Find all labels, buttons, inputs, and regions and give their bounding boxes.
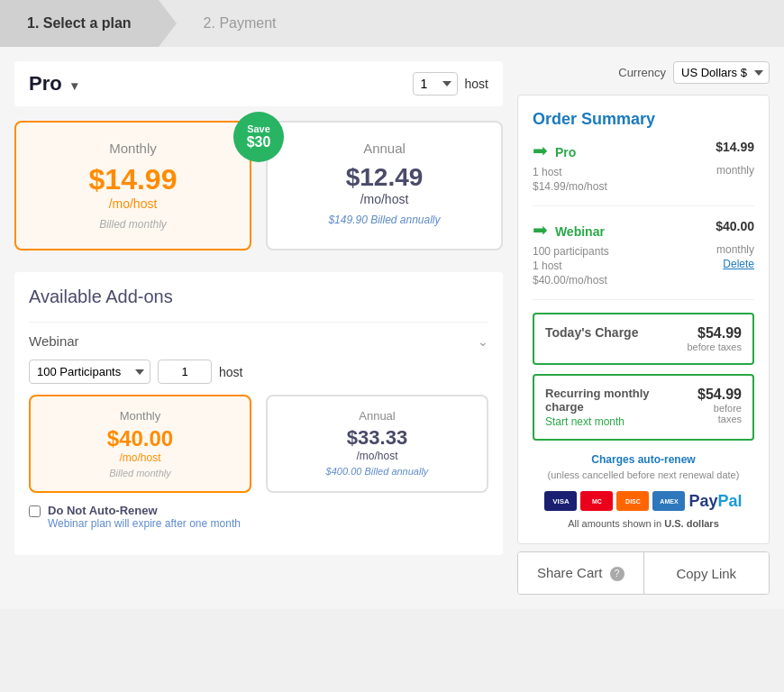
steps-bar: 1. Select a plan 2. Payment — [0, 0, 784, 47]
webinar-detail2: 1 host — [533, 260, 609, 272]
recurring-label: Recurring monthly charge — [545, 387, 688, 414]
pro-freq: monthly — [716, 164, 754, 177]
monthly-billed: Billed monthly — [31, 218, 235, 231]
step-2: 2. Payment — [159, 0, 304, 47]
plan-dropdown-arrow: ▾ — [71, 78, 77, 93]
pro-item-name: Pro — [555, 145, 576, 159]
order-summary-box: Order Summary ➡ Pro $14.99 1 host $14.99… — [517, 95, 770, 544]
annual-plan-card[interactable]: Annual $12.49 /mo/host $149.90 Billed an… — [266, 121, 503, 250]
participants-select[interactable]: 100 Participants 500 Participants 1000 P… — [29, 360, 150, 384]
bottom-buttons: Share Cart ? Copy Link — [517, 551, 770, 595]
plan-selector-row: Pro ▾ 1 2 5 10 host — [14, 61, 503, 106]
right-panel: Currency US Dollars $ Euros € GBP £ Orde… — [517, 61, 770, 595]
step-1: 1. Select a plan — [0, 0, 159, 47]
webinar-annual-card[interactable]: Annual $33.33 /mo/host $400.00 Billed an… — [266, 395, 488, 493]
addons-title: Available Add-ons — [29, 287, 488, 307]
recurring-charge-box: Recurring monthly charge Start next mont… — [533, 374, 754, 441]
payment-icons: VISA MC DISC AMEX PayPal — [533, 491, 754, 511]
share-cart-button[interactable]: Share Cart ? — [518, 552, 644, 594]
today-charge-label: Today's Charge — [545, 325, 638, 340]
webinar-annual-unit: /mo/host — [278, 450, 476, 462]
today-charge-amount: $54.99 — [687, 325, 742, 341]
step-2-label: 2. Payment — [204, 15, 277, 32]
host-label: host — [465, 77, 488, 91]
webinar-host-input[interactable] — [158, 360, 212, 384]
pro-arrow-icon: ➡ — [533, 140, 548, 161]
currency-row: Currency US Dollars $ Euros € GBP £ — [517, 61, 770, 84]
webinar-monthly-card[interactable]: Monthly $40.00 /mo/host Billed monthly — [29, 395, 251, 493]
share-cart-help-icon: ? — [610, 567, 624, 581]
webinar-item-name: Webinar — [555, 224, 605, 239]
copy-link-button[interactable]: Copy Link — [644, 552, 770, 594]
recurring-amount: $54.99 — [688, 387, 742, 403]
auto-renew-sub: (unless cancelled before next renewal da… — [533, 469, 754, 480]
pro-detail2: $14.99/mo/host — [533, 180, 607, 193]
annual-billed: $149.90 Billed annually — [282, 214, 487, 226]
monthly-price: $14.99 — [31, 163, 235, 196]
auto-renew-note: Charges auto-renew — [533, 453, 754, 466]
plan-name-dropdown[interactable]: Pro ▾ — [29, 72, 77, 96]
webinar-detail3: $40.00/mo/host — [533, 274, 609, 287]
plan-pricing-row: Monthly $14.99 /mo/host Billed monthly S… — [14, 121, 503, 250]
webinar-item-price: $40.00 — [716, 219, 754, 233]
webinar-annual-billed: $400.00 Billed annually — [278, 466, 476, 477]
webinar-delete-link[interactable]: Delete — [716, 258, 754, 270]
auto-renew-sublabel: Webinar plan will expire after one month — [48, 517, 241, 530]
webinar-annual-label: Annual — [278, 409, 476, 423]
annual-price: $12.49 — [282, 163, 487, 192]
webinar-monthly-billed: Billed monthly — [41, 468, 239, 478]
auto-renew-checkbox[interactable] — [29, 505, 41, 517]
webinar-chevron-icon[interactable]: ⌄ — [478, 334, 488, 349]
monthly-unit: /mo/host — [31, 196, 235, 211]
save-label: Save — [247, 123, 270, 134]
pro-detail1: 1 host — [533, 166, 607, 178]
webinar-addon-header: Webinar ⌄ — [29, 333, 488, 349]
today-charge-note: before taxes — [687, 341, 742, 352]
auto-renew-label: Do Not Auto-Renew — [48, 504, 241, 517]
order-item-pro: ➡ Pro $14.99 1 host $14.99/mo/host month… — [533, 140, 754, 206]
pro-item-price: $14.99 — [716, 140, 754, 154]
visa-icon: VISA — [544, 491, 577, 511]
share-cart-label: Share Cart — [537, 565, 603, 580]
host-count-select[interactable]: 1 2 5 10 — [413, 72, 458, 96]
webinar-name: Webinar — [29, 333, 79, 349]
webinar-controls: 100 Participants 500 Participants 1000 P… — [29, 360, 488, 384]
recurring-note: before taxes — [688, 403, 742, 424]
usd-strong: U.S. dollars — [664, 518, 719, 529]
left-panel: Pro ▾ 1 2 5 10 host Monthly $14.99 /mo/h… — [14, 61, 503, 595]
webinar-arrow-icon: ➡ — [533, 219, 548, 241]
addons-section: Available Add-ons Webinar ⌄ 100 Particip… — [14, 272, 503, 555]
webinar-annual-price: $33.33 — [278, 426, 476, 450]
order-item-webinar: ➡ Webinar $40.00 100 participants 1 host… — [533, 219, 754, 300]
order-summary-title: Order Summary — [533, 110, 754, 129]
annual-label: Annual — [282, 141, 487, 156]
webinar-monthly-label: Monthly — [41, 409, 239, 423]
auto-renew-checkbox-row: Do Not Auto-Renew Webinar plan will expi… — [29, 493, 488, 541]
today-charge-box: Today's Charge $54.99 before taxes — [533, 313, 754, 365]
webinar-addon: Webinar ⌄ 100 Participants 500 Participa… — [29, 322, 488, 493]
webinar-monthly-unit: /mo/host — [41, 451, 239, 464]
currency-select[interactable]: US Dollars $ Euros € GBP £ — [673, 61, 770, 84]
copy-link-label: Copy Link — [676, 566, 736, 581]
discover-icon: DISC — [616, 491, 649, 511]
webinar-detail1: 100 participants — [533, 245, 609, 258]
webinar-pricing-row: Monthly $40.00 /mo/host Billed monthly A… — [29, 395, 488, 493]
main-content: Pro ▾ 1 2 5 10 host Monthly $14.99 /mo/h… — [0, 47, 784, 609]
host-selector: 1 2 5 10 host — [413, 72, 488, 96]
currency-label: Currency — [618, 66, 666, 79]
amex-icon: AMEX — [652, 491, 685, 511]
save-badge: Save $30 — [233, 112, 284, 162]
monthly-label: Monthly — [31, 141, 235, 156]
monthly-plan-card[interactable]: Monthly $14.99 /mo/host Billed monthly — [14, 121, 251, 250]
save-amount: $30 — [247, 134, 271, 150]
webinar-freq: monthly — [716, 243, 754, 256]
mastercard-icon: MC — [580, 491, 613, 511]
webinar-monthly-price: $40.00 — [41, 426, 239, 451]
annual-unit: /mo/host — [282, 192, 487, 206]
recurring-sublabel: Start next month — [545, 415, 688, 428]
usd-note: All amounts shown in U.S. dollars — [533, 518, 754, 529]
paypal-icon: PayPal — [688, 492, 742, 511]
webinar-host-label: host — [219, 365, 242, 379]
step-1-label: 1. Select a plan — [27, 15, 132, 32]
